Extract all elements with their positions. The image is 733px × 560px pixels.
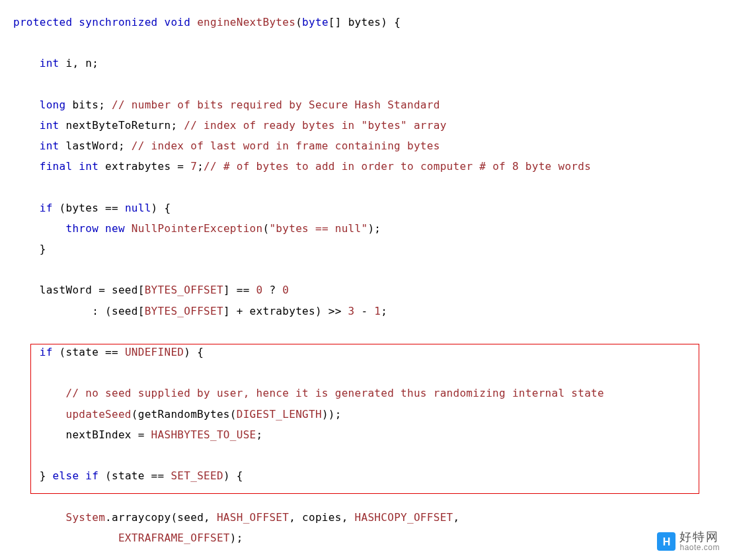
comment: // index of last word in frame containin… — [132, 140, 440, 152]
text: ); — [230, 532, 243, 544]
kw-int: int — [40, 140, 59, 152]
kw-final: final — [40, 160, 73, 173]
text: , copies, — [289, 511, 354, 524]
var-extrabytes: extrabytes = — [98, 160, 190, 173]
text: ? — [262, 284, 282, 296]
const-bytes-offset: BYTES_OFFSET — [145, 284, 223, 296]
vars: i, n; — [59, 57, 99, 69]
const-hashbytes: HASHBYTES_TO_USE — [151, 428, 256, 441]
text: } — [40, 469, 53, 482]
var-nextbyte: nextByteToReturn; — [59, 119, 184, 132]
text: nextBIndex = — [65, 428, 151, 441]
num-1: 1 — [374, 305, 381, 317]
kw-int: int — [79, 160, 98, 173]
text: ) { — [223, 469, 243, 482]
text: : (seed[ — [92, 305, 144, 317]
text: (getRandomBytes( — [132, 408, 237, 420]
watermark-en: haote.com — [679, 543, 720, 552]
text: , — [453, 511, 460, 524]
num-3: 3 — [348, 305, 355, 317]
close-brace: } — [40, 243, 46, 255]
text: .arraycopy(seed, — [105, 511, 217, 524]
kw-throw: throw — [65, 222, 98, 235]
kw-new: new — [105, 222, 125, 235]
params: [] bytes) { — [328, 16, 401, 28]
kw-void: void — [164, 16, 190, 28]
text: ] + extrabytes) >> — [223, 305, 348, 317]
kw-int: int — [40, 57, 59, 69]
const-set-seed: SET_SEED — [171, 469, 223, 482]
const-hashcopy-offset: HASHCOPY_OFFSET — [355, 511, 453, 524]
type-system: System — [65, 511, 105, 524]
kw-byte: byte — [302, 16, 328, 28]
const-bytes-offset: BYTES_OFFSET — [145, 305, 223, 317]
const-digest-length: DIGEST_LENGTH — [237, 408, 322, 420]
kw-if: if — [85, 469, 98, 482]
string-literal: "bytes == null" — [269, 222, 367, 235]
text: )); — [322, 408, 342, 420]
kw-if: if — [40, 346, 53, 358]
var-lastword: lastWord; — [59, 140, 132, 152]
semi: ; — [197, 160, 204, 173]
kw-protected: protected — [13, 16, 72, 28]
const-hash-offset: HASH_OFFSET — [217, 511, 289, 524]
const-undefined: UNDEFINED — [125, 346, 184, 358]
code-block: protected synchronized void engineNextBy… — [13, 12, 720, 548]
kw-long: long — [40, 99, 66, 111]
semi: ; — [381, 305, 387, 317]
comment: // # of bytes to add in order to compute… — [204, 160, 591, 173]
num-0: 0 — [282, 284, 289, 296]
kw-synchronized: synchronized — [79, 16, 157, 28]
comment: // index of ready bytes in "bytes" array — [184, 119, 446, 132]
watermark-badge-icon: H — [657, 532, 675, 551]
comment: // number of bits required by Secure Has… — [112, 99, 440, 111]
text: (state == — [53, 346, 125, 358]
method-updateseed: updateSeed — [65, 408, 131, 420]
text: (state == — [98, 469, 171, 482]
text: ; — [256, 428, 263, 441]
var-bits: bits; — [65, 99, 112, 111]
if-cond: (bytes == — [53, 202, 125, 214]
comment: // no seed supplied by user, hence it is… — [65, 387, 604, 399]
watermark: H 好特网 haote.com — [657, 531, 720, 551]
type-npe: NullPointerException — [132, 222, 263, 235]
const-extraframe-offset: EXTRAFRAME_OFFSET — [118, 532, 230, 544]
kw-else: else — [53, 469, 79, 482]
kw-if: if — [40, 202, 53, 214]
method-name: engineNextBytes — [197, 16, 295, 28]
num-0: 0 — [256, 284, 263, 296]
assign-lastword: lastWord = seed[ — [40, 284, 145, 296]
text: ) { — [184, 346, 204, 358]
if-close: ) { — [151, 202, 171, 214]
text: ] == — [223, 284, 256, 296]
kw-int: int — [40, 119, 59, 132]
num-7: 7 — [190, 160, 197, 173]
kw-null: null — [125, 202, 151, 214]
text: - — [355, 305, 375, 317]
close-paren: ); — [367, 222, 381, 235]
watermark-cn: 好特网 — [679, 531, 720, 543]
